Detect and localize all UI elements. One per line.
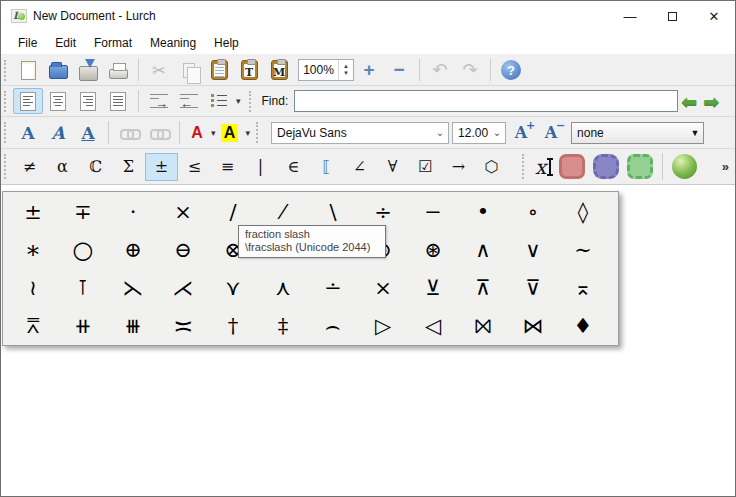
grow-font-button[interactable]: A+ <box>506 120 536 146</box>
toolbar-grip[interactable] <box>522 154 527 179</box>
symbol-group-big-operators[interactable]: Σ <box>112 153 145 181</box>
outdent-button[interactable]: ← <box>174 88 204 114</box>
symbol-group-relations[interactable]: ≠ <box>13 153 46 181</box>
red-group-button[interactable] <box>559 154 585 179</box>
zoom-spinner[interactable]: 100% ▲▼ <box>298 59 354 81</box>
remove-link-button[interactable] <box>144 120 174 146</box>
palette-symbol-leftthreetimes[interactable]: ⋋ <box>108 269 158 307</box>
purple-group-button[interactable] <box>593 154 619 179</box>
help-button[interactable]: ? <box>496 57 526 83</box>
font-color-button[interactable]: A <box>185 120 209 146</box>
symbol-group-brackets[interactable]: ⟦ <box>310 153 343 181</box>
menu-meaning[interactable]: Meaning <box>141 32 205 54</box>
palette-symbol-tripleplus[interactable]: ⧻ <box>108 307 158 345</box>
palette-symbol-wr[interactable]: ≀ <box>8 269 58 307</box>
palette-symbol-nand[interactable]: ⊼ <box>458 269 508 307</box>
menu-format[interactable]: Format <box>85 32 141 54</box>
redo-button[interactable]: ↷ <box>455 57 485 83</box>
toolbar-grip[interactable] <box>4 91 9 112</box>
find-next-button[interactable]: ➡ <box>703 90 719 113</box>
maximize-button[interactable] <box>651 1 693 31</box>
palette-symbol-minusplus[interactable]: ∓ <box>58 193 108 231</box>
toolbar-grip[interactable] <box>4 122 9 144</box>
palette-symbol-plusminus[interactable]: ± <box>8 193 58 231</box>
palette-symbol-sim[interactable]: ∼ <box>558 231 608 269</box>
palette-symbol-nor[interactable]: ⊽ <box>508 269 558 307</box>
palette-symbol-intercal[interactable]: ⊺ <box>58 269 108 307</box>
symbol-group-equivalence[interactable]: ≡ <box>211 153 244 181</box>
toolbar-grip[interactable] <box>256 122 261 144</box>
zoom-out-button[interactable]: − <box>384 57 414 83</box>
underline-button[interactable]: A <box>73 120 103 146</box>
menu-file[interactable]: File <box>9 32 46 54</box>
symbol-group-greek[interactable]: α <box>46 153 79 181</box>
green-group-button[interactable] <box>627 154 653 179</box>
palette-symbol-frown[interactable]: ⌢ <box>308 307 358 345</box>
highlight-dropdown-arrow[interactable]: ▾ <box>246 128 251 138</box>
style-preset-select[interactable]: none ▼ <box>571 122 704 144</box>
align-right-button[interactable] <box>73 88 103 114</box>
copy-button[interactable] <box>174 57 204 83</box>
list-dropdown-arrow[interactable]: ▾ <box>236 96 241 106</box>
palette-symbol-join[interactable]: ⨝ <box>458 307 508 345</box>
cut-button[interactable]: ✂ <box>144 57 174 83</box>
undo-button[interactable]: ↶ <box>425 57 455 83</box>
shrink-font-button[interactable]: A− <box>536 120 566 146</box>
align-left-button[interactable] <box>13 88 43 114</box>
align-justify-button[interactable] <box>103 88 133 114</box>
print-button[interactable] <box>103 57 133 83</box>
list-button[interactable] <box>204 88 234 114</box>
font-family-select[interactable]: DejaVu Sans ⌄ <box>271 122 449 144</box>
indent-button[interactable]: → <box>144 88 174 114</box>
menu-edit[interactable]: Edit <box>46 32 85 54</box>
minimize-button[interactable]: — <box>609 1 651 31</box>
palette-symbol-minus[interactable]: − <box>408 193 458 231</box>
find-previous-button[interactable]: ⬅ <box>681 90 697 113</box>
menu-help[interactable]: Help <box>205 32 248 54</box>
spin-up-icon[interactable]: ▲ <box>343 63 349 70</box>
palette-symbol-rightthreetimes[interactable]: ⋌ <box>158 269 208 307</box>
palette-symbol-triangleleft[interactable]: ◁ <box>408 307 458 345</box>
symbol-group-arrows[interactable]: → <box>442 153 475 181</box>
symbol-group-shapes[interactable]: ⬡ <box>475 153 508 181</box>
palette-symbol-diamond[interactable]: ◊ <box>558 193 608 231</box>
paste-button[interactable] <box>204 57 234 83</box>
toolbar-grip[interactable] <box>4 60 9 81</box>
green-orb-button[interactable] <box>672 154 697 179</box>
align-center-button[interactable] <box>43 88 73 114</box>
palette-symbol-asymp[interactable]: ≍ <box>158 307 208 345</box>
bold-button[interactable]: A <box>13 120 43 146</box>
symbol-group-binary-operators[interactable]: ± <box>145 153 178 181</box>
palette-symbol-cdot[interactable]: ⋅ <box>108 193 158 231</box>
save-button[interactable] <box>73 57 103 83</box>
palette-symbol-ominus[interactable]: ⊖ <box>158 231 208 269</box>
paste-text-button[interactable]: T <box>234 57 264 83</box>
open-button[interactable] <box>43 57 73 83</box>
symbol-group-bars[interactable]: | <box>244 153 277 181</box>
palette-symbol-circledast[interactable]: ⊛ <box>408 231 458 269</box>
symbol-group-checkbox[interactable]: ☑ <box>409 153 442 181</box>
palette-symbol-dotminus[interactable]: ∸ <box>308 269 358 307</box>
palette-symbol-doubleplus[interactable]: ⧺ <box>58 307 108 345</box>
new-document-button[interactable] <box>13 57 43 83</box>
spin-down-icon[interactable]: ▼ <box>343 70 349 77</box>
palette-symbol-bowtie[interactable]: ⋈ <box>508 307 558 345</box>
symbol-group-set-membership[interactable]: ∈ <box>277 153 310 181</box>
find-input[interactable] <box>294 90 678 112</box>
highlight-color-button[interactable]: A <box>216 120 244 146</box>
toolbar-grip[interactable] <box>249 91 254 112</box>
palette-symbol-veebar[interactable]: ⊻ <box>408 269 458 307</box>
palette-symbol-times[interactable]: × <box>158 193 208 231</box>
symbol-group-inequalities[interactable]: ≤ <box>178 153 211 181</box>
palette-symbol-circ[interactable]: ∘ <box>508 193 558 231</box>
palette-symbol-doublebarwedge[interactable]: ⩞ <box>8 307 58 345</box>
font-color-dropdown-arrow[interactable]: ▾ <box>211 128 216 138</box>
toolbar-grip[interactable] <box>4 154 9 179</box>
toolbar-overflow-button[interactable]: » <box>722 159 729 174</box>
palette-symbol-oplus[interactable]: ⊕ <box>108 231 158 269</box>
font-size-select[interactable]: 12.00 ⌄ <box>452 122 506 144</box>
palette-symbol-bullet[interactable]: • <box>458 193 508 231</box>
paste-meaning-button[interactable]: M <box>264 57 294 83</box>
zoom-spin-buttons[interactable]: ▲▼ <box>338 60 353 80</box>
zoom-in-button[interactable]: + <box>354 57 384 83</box>
